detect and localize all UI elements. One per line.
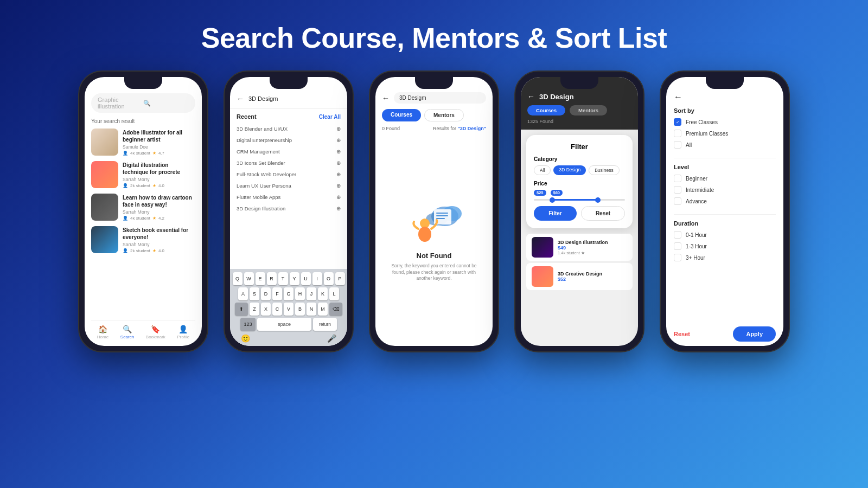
sort-free-classes[interactable]: Free Classes bbox=[674, 118, 776, 126]
back-arrow-icon-3[interactable]: ← bbox=[382, 94, 390, 102]
level-beginner[interactable]: Beginner bbox=[674, 175, 776, 182]
key-space[interactable]: space bbox=[257, 318, 311, 331]
nav-bookmark[interactable]: 🔖 Bookmark bbox=[146, 325, 165, 339]
key-123[interactable]: 123 bbox=[240, 318, 256, 331]
checkbox-all[interactable] bbox=[674, 141, 681, 149]
person-icon-4: 👤 bbox=[123, 248, 128, 253]
key-a[interactable]: A bbox=[238, 287, 248, 300]
recent-item-4[interactable]: 3D Icons Set Blender⊕ bbox=[230, 157, 347, 169]
nav-home[interactable]: 🏠 Home bbox=[97, 325, 108, 339]
course-item-3[interactable]: Learn how to draw cartoon face in easy w… bbox=[91, 194, 195, 221]
key-o[interactable]: O bbox=[324, 272, 334, 285]
checkbox-3plus-hour[interactable] bbox=[674, 254, 681, 261]
mic-icon[interactable]: 🎤 bbox=[327, 334, 336, 343]
tab-mentors-4[interactable]: Mentors bbox=[570, 105, 607, 115]
key-return[interactable]: return bbox=[313, 318, 337, 331]
key-t[interactable]: T bbox=[278, 272, 288, 285]
page-header: Search Course, Mentors & Sort List bbox=[0, 0, 868, 70]
search-active-input[interactable]: 3D Desigm bbox=[248, 95, 341, 102]
duration-0-1[interactable]: 0-1 Hour bbox=[674, 231, 776, 239]
course-item-1[interactable]: Adobe illustrator for all beginner artis… bbox=[91, 129, 195, 156]
key-m[interactable]: M bbox=[318, 303, 328, 316]
level-intermediate[interactable]: Intermidiate bbox=[674, 186, 776, 194]
cat-3d-design[interactable]: 3D Design bbox=[553, 165, 586, 175]
reset-button[interactable]: Reset bbox=[674, 331, 690, 337]
person-icon: 👤 bbox=[123, 151, 128, 156]
key-p[interactable]: P bbox=[335, 272, 345, 285]
sort-all[interactable]: All bbox=[674, 141, 776, 149]
key-d[interactable]: D bbox=[261, 287, 271, 300]
key-shift[interactable]: ⬆ bbox=[235, 303, 248, 316]
checkbox-intermediate[interactable] bbox=[674, 186, 681, 194]
recent-item-7[interactable]: Flutter Mobile Apps⊕ bbox=[230, 191, 347, 203]
recent-item-1[interactable]: 3D Blender and UI/UX⊕ bbox=[230, 123, 347, 134]
nav-profile[interactable]: 👤 Profile bbox=[177, 325, 189, 339]
duration-3plus[interactable]: 3+ Hour bbox=[674, 254, 776, 261]
sort-premium-classes[interactable]: Premium Classes bbox=[674, 130, 776, 137]
key-k[interactable]: K bbox=[318, 287, 328, 300]
checkbox-advance[interactable] bbox=[674, 197, 681, 205]
svg-rect-5 bbox=[436, 215, 448, 216]
key-s[interactable]: S bbox=[250, 287, 259, 300]
sort-footer: Reset Apply bbox=[674, 321, 776, 342]
recent-item-2[interactable]: Digital Enterpreneurship⊕ bbox=[230, 134, 347, 146]
cat-all[interactable]: All bbox=[534, 165, 551, 175]
search-bar[interactable]: Graphic illustration 🔍 bbox=[91, 93, 195, 113]
key-n[interactable]: N bbox=[307, 303, 316, 316]
key-z[interactable]: Z bbox=[250, 303, 259, 316]
back-arrow-icon-5[interactable]: ← bbox=[674, 92, 776, 102]
clear-all-button[interactable]: Clear All bbox=[319, 114, 341, 120]
phone-5-sort: ← Sort by Free Classes Premium Classes A… bbox=[660, 70, 790, 352]
key-c[interactable]: C bbox=[272, 303, 282, 316]
key-b[interactable]: B bbox=[295, 303, 305, 316]
key-l[interactable]: L bbox=[329, 287, 339, 300]
filter-reset-button[interactable]: Reset bbox=[581, 206, 625, 221]
recent-item-3[interactable]: CRM Management⊕ bbox=[230, 146, 347, 157]
key-g[interactable]: G bbox=[284, 287, 293, 300]
recent-item-8[interactable]: 3D Design Illustration⊕ bbox=[230, 203, 347, 214]
p3-search-bar[interactable]: 3D Desigm bbox=[394, 92, 486, 104]
recent-item-6[interactable]: Learn UX User Persona⊕ bbox=[230, 180, 347, 191]
back-arrow-icon[interactable]: ← bbox=[237, 94, 244, 103]
checkbox-beginner[interactable] bbox=[674, 175, 681, 182]
duration-1-3[interactable]: 1-3 Hour bbox=[674, 242, 776, 250]
back-arrow-icon-4[interactable]: ← bbox=[527, 92, 535, 101]
slider-thumb-max[interactable] bbox=[595, 197, 601, 203]
key-v[interactable]: V bbox=[284, 303, 293, 316]
keyboard-row-2: A S D F G H J K L bbox=[232, 287, 345, 300]
tab-courses-3[interactable]: Courses bbox=[382, 109, 421, 121]
key-h[interactable]: H bbox=[295, 287, 305, 300]
key-q[interactable]: Q bbox=[233, 272, 242, 285]
key-j[interactable]: J bbox=[307, 287, 316, 300]
tab-mentors-3[interactable]: Mentors bbox=[424, 109, 464, 121]
course-item-2[interactable]: Digital illustration technique for procr… bbox=[91, 161, 195, 188]
checkbox-0-1-hour[interactable] bbox=[674, 231, 681, 239]
key-x[interactable]: X bbox=[261, 303, 271, 316]
checkbox-free-classes[interactable] bbox=[674, 118, 681, 126]
key-i[interactable]: I bbox=[312, 272, 322, 285]
cat-business[interactable]: Business bbox=[589, 165, 620, 175]
price-slider-track[interactable] bbox=[534, 199, 625, 201]
key-e[interactable]: E bbox=[256, 272, 265, 285]
key-w[interactable]: W bbox=[244, 272, 254, 285]
recent-item-5[interactable]: Full-Stock Web Developer⊕ bbox=[230, 169, 347, 180]
course-stats-2: 👤 2k student ★ 4.0 bbox=[123, 183, 195, 188]
tab-courses-4[interactable]: Courses bbox=[527, 105, 565, 115]
key-u[interactable]: U bbox=[301, 272, 311, 285]
course-mini-1[interactable]: 3D Design Illustration $49 1.4k student … bbox=[526, 234, 633, 261]
level-advance[interactable]: Advance bbox=[674, 197, 776, 205]
key-backspace[interactable]: ⌫ bbox=[329, 303, 342, 316]
apply-button[interactable]: Apply bbox=[733, 326, 776, 342]
course-item-4[interactable]: Sketch book essential for everyone! Sarr… bbox=[91, 226, 195, 253]
p3-search-text: 3D Desigm bbox=[399, 95, 426, 101]
emoji-icon[interactable]: 🙂 bbox=[241, 334, 250, 343]
filter-apply-button[interactable]: Filter bbox=[534, 206, 577, 221]
key-f[interactable]: F bbox=[272, 287, 282, 300]
course-mini-2[interactable]: 3D Creative Design $52 bbox=[526, 263, 633, 290]
key-r[interactable]: R bbox=[267, 272, 277, 285]
key-y[interactable]: Y bbox=[290, 272, 299, 285]
nav-search[interactable]: 🔍 Search bbox=[120, 325, 134, 339]
slider-thumb-min[interactable] bbox=[550, 197, 555, 203]
checkbox-1-3-hour[interactable] bbox=[674, 242, 681, 250]
checkbox-premium-classes[interactable] bbox=[674, 130, 681, 137]
